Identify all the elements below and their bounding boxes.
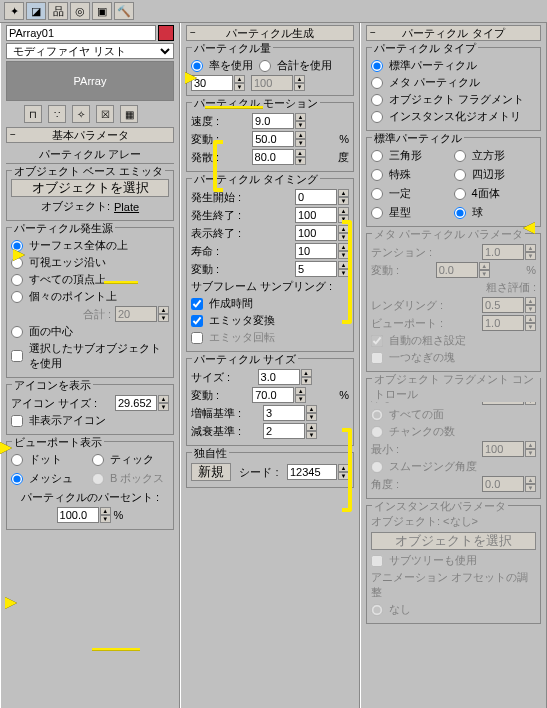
color-swatch[interactable] [158,25,174,41]
size-spinner[interactable] [258,369,300,385]
pin-stack-icon[interactable]: ⊓ [24,105,42,123]
frag-legend: オブジェクト フラグメント コントロール [372,372,540,402]
object-value: Plate [114,201,139,213]
src-over-surface[interactable]: サーフェス全体の上 [11,238,169,253]
inst-legend: インスタンス化パラメータ [372,499,508,514]
tab-hierarchy[interactable]: 品 [48,2,68,20]
emit-stop-spinner[interactable] [295,207,337,223]
type-meta[interactable]: メタ パーティクル [371,75,536,90]
meta-legend: メタ パーティクル パラメータ [372,227,525,242]
hide-icon-check[interactable]: 非表示アイコン [11,413,169,428]
emitter-group-legend: オブジェクト ベース エミッタ [12,164,165,179]
object-name-field[interactable] [6,25,156,41]
grow-for-spinner[interactable] [263,405,305,421]
sf-emitter-trans[interactable]: エミッタ変換 [191,313,349,328]
tab-utilities[interactable]: 🔨 [114,2,134,20]
src-distinct-pts[interactable]: 個々のポイント上 [11,289,169,304]
collapse-icon: − [10,130,16,140]
icon-group-legend: アイコンを表示 [12,378,93,393]
use-total[interactable]: 合計を使用 [259,58,332,73]
collapse-icon: − [370,28,376,38]
command-panel-tabs[interactable]: ✦ ◪ 品 ◎ ▣ 🔨 [0,0,547,23]
s-sphere[interactable]: 球 [454,205,537,220]
emitter-group: オブジェクト ベース エミッタ オブジェクトを選択 オブジェクト: Plate [6,170,174,221]
total-points-spinner [115,306,157,322]
seed-spinner[interactable] [287,464,337,480]
angle-spinner [482,476,524,492]
pick-object-button[interactable]: オブジェクトを選択 [11,179,169,197]
remove-modifier-icon[interactable]: ☒ [96,105,114,123]
s-special[interactable]: 特殊 [371,167,454,182]
particle-timing-group: パーティクル タイミング 発生開始 :▲▼ 発生終了 :▲▼ 表示終了 :▲▼ … [186,178,354,352]
qty-legend: パーティクル量 [192,41,273,56]
vp-coarse-spinner [482,315,524,331]
src-face-centers[interactable]: 面の中心 [11,324,169,339]
src-all-verts[interactable]: すべての頂点上 [11,272,169,287]
vp-mesh[interactable]: メッシュ [11,471,88,486]
tab-display[interactable]: ▣ [92,2,112,20]
standard-particle-group: 標準パーティクル 三角形立方形 特殊四辺形 一定4面体 星型球 [366,137,541,227]
new-seed-button[interactable]: 新規 [191,463,231,481]
instance-group: インスタンス化パラメータ オブジェクト: <なし> オブジェクトを選択 サブツリ… [366,505,541,624]
use-rate[interactable]: 率を使用 [191,58,253,73]
fragment-group: オブジェクト フラグメント コントロール 厚さ :▲▼ すべての面 チャンクの数… [366,378,541,499]
rollout-title: 基本パラメータ [52,128,129,143]
use-selected-subobj[interactable]: 選択したサブオブジェクトを使用 [11,341,169,371]
unique-legend: 独自性 [192,446,229,461]
meta-var-spinner [436,262,478,278]
var-spinner[interactable] [252,131,294,147]
sf-creation[interactable]: 作成時間 [191,296,349,311]
icon-size-spinner[interactable] [115,395,157,411]
speed-spinner[interactable] [252,113,294,129]
type-standard[interactable]: 標準パーティクル [371,58,536,73]
total-label: 合計 : [83,307,111,322]
s-tri[interactable]: 三角形 [371,148,454,163]
life-spinner[interactable] [295,243,337,259]
meta-particle-group: メタ パーティクル パラメータ テンション :▲▼ 変動 :▲▼% 粗さ評価 :… [366,233,541,372]
tab-motion[interactable]: ◎ [70,2,90,20]
size-var-spinner[interactable] [252,387,294,403]
s-quad[interactable]: 四辺形 [454,167,537,182]
particle-size-group: パーティクル サイズ サイズ :▲▼ 変動 :▲▼% 増幅基準 :▲▼ 減衰基準… [186,358,354,446]
object-label: オブジェクト: [41,199,110,214]
viewport-display-group: ビューポート表示 ドット ティック メッシュ B ボックス パーティクルのパーセ… [6,441,174,530]
div-spinner[interactable] [252,149,294,165]
type-frag[interactable]: オブジェクト フラグメント [371,92,536,107]
fade-for-spinner[interactable] [263,423,305,439]
auto-coarse: 自動の粗さ設定 [371,333,536,348]
modifier-list-dropdown[interactable]: モディファイヤ リスト [6,43,174,59]
vp-percent-spinner[interactable] [57,507,99,523]
render-coarse-spinner [482,297,524,313]
vp-legend: ビューポート表示 [12,435,104,450]
vp-dot[interactable]: ドット [11,452,88,467]
type-legend: パーティクル タイプ [372,41,478,56]
s-star[interactable]: 星型 [371,205,454,220]
inst-pick-object-button: オブジェクトを選択 [371,532,536,550]
stack-item-parray[interactable]: PArray [74,75,107,87]
icon-size-label: アイコン サイズ : [11,396,97,411]
rollout-basic-params[interactable]: − 基本パラメータ [6,127,174,143]
type-instance[interactable]: インスタンス化ジオメトリ [371,109,536,124]
life-var-spinner[interactable] [295,261,337,277]
show-end-result-icon[interactable]: ∵ [48,105,66,123]
make-unique-icon[interactable]: ✧ [72,105,90,123]
tab-modify[interactable]: ◪ [26,2,46,20]
configure-sets-icon[interactable]: ▦ [120,105,138,123]
s-const[interactable]: 一定 [371,186,454,201]
modifier-stack[interactable]: PArray [6,61,174,101]
timing-legend: パーティクル タイミング [192,172,320,187]
s-cube[interactable]: 立方形 [454,148,537,163]
src-along-edges[interactable]: 可視エッジ沿い [11,255,169,270]
source-legend: パーティクル発生源 [12,221,115,236]
sf-emitter-rot[interactable]: エミッタ回転 [191,330,349,345]
tab-create[interactable]: ✦ [4,2,24,20]
s-tetra[interactable]: 4面体 [454,186,537,201]
vp-tick[interactable]: ティック [92,452,169,467]
inst-obj-label: オブジェクト: <なし> [371,514,536,529]
rate-spinner[interactable] [191,75,233,91]
display-until-spinner[interactable] [295,225,337,241]
rollout-particle-type[interactable]: − パーティクル タイプ [366,25,541,41]
emit-start-spinner[interactable] [295,189,337,205]
rollout-particle-gen[interactable]: − パーティクル生成 [186,25,354,41]
size-legend: パーティクル サイズ [192,352,298,367]
